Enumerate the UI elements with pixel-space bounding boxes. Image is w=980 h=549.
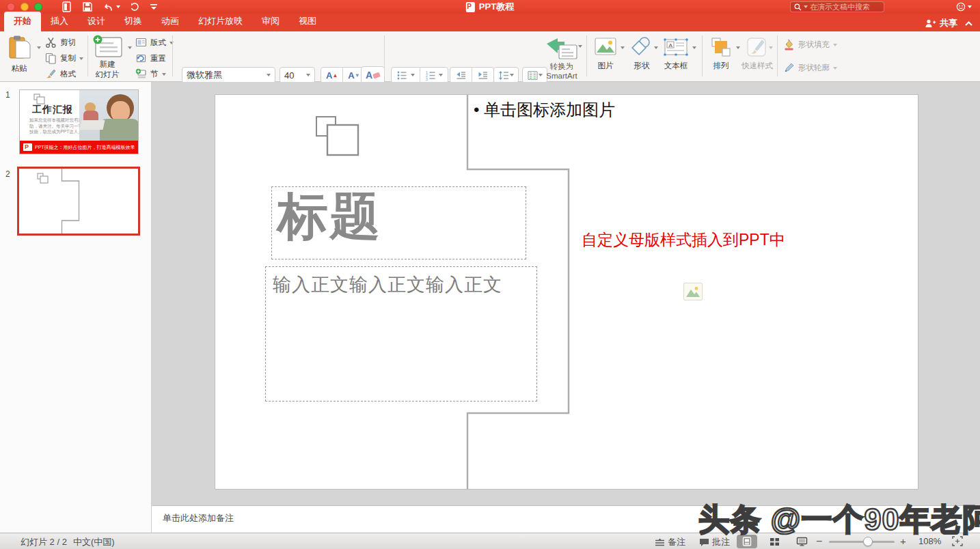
notes-toggle[interactable]: 备注	[655, 536, 685, 548]
numbering-button[interactable]: 123	[420, 68, 448, 83]
share-button[interactable]: 共享	[925, 17, 957, 29]
redo-icon[interactable]	[130, 2, 140, 12]
document-title-text: PPT教程	[479, 1, 514, 13]
new-slide-label1: 新建	[100, 59, 115, 70]
increase-indent-button[interactable]	[472, 68, 493, 83]
new-presentation-icon[interactable]	[62, 1, 72, 12]
slide1-thumbnail[interactable]: 工作汇报 如果您觉得本视频对您有所帮助，请关注。每天学习一项小技能，助您成为PP…	[19, 89, 139, 154]
zoom-slider[interactable]	[829, 541, 895, 543]
line-spacing-button[interactable]	[493, 67, 519, 83]
reset-button[interactable]: 重置	[135, 53, 166, 64]
grow-font-button[interactable]: A▲	[321, 68, 343, 83]
shape-outline-button[interactable]: 形状轮廓	[783, 62, 837, 74]
layout-icon	[135, 37, 147, 48]
picture-caption-text: 单击图标添加图片	[484, 100, 615, 119]
textbox-ribbon-icon: A	[662, 36, 690, 58]
search-icon	[794, 3, 802, 11]
insert-picture-icon[interactable]	[683, 283, 703, 300]
section-caret[interactable]	[162, 73, 166, 76]
window-title: PPT教程	[466, 0, 514, 14]
slide-canvas[interactable]: • 单击图标添加图片 标题 输入正文输入正文输入正文 自定义母版样式插入到PPT…	[215, 95, 918, 489]
quick-styles-caret[interactable]	[769, 46, 773, 49]
smiley-caret	[968, 5, 972, 8]
shape-outline-icon	[783, 62, 795, 74]
title-placeholder-box[interactable]: 标题	[271, 186, 526, 259]
cut-button[interactable]: 剪切	[45, 37, 76, 48]
slide2-thumbnail-selected[interactable]	[17, 167, 140, 236]
copy-button[interactable]: 复制	[45, 53, 83, 64]
tab-animations[interactable]: 动画	[152, 12, 189, 31]
convert-smartart-button[interactable]: 转换为 SmartArt	[544, 37, 580, 80]
font-size-caret	[306, 74, 310, 76]
smartart-label2: SmartArt	[546, 72, 577, 80]
zoom-window-button[interactable]	[34, 3, 42, 11]
new-slide-button[interactable]: 新建 幻灯片	[92, 35, 123, 80]
search-scope-caret[interactable]	[804, 5, 808, 8]
slide1-banner: PPT技能之：用好占位图片，打造高端模板效果	[20, 141, 138, 154]
arrange-button[interactable]: 排列	[709, 36, 733, 71]
tab-review[interactable]: 审阅	[252, 12, 289, 31]
overlapping-squares-icon	[33, 94, 46, 104]
body-placeholder-box[interactable]: 输入正文输入正文输入正文	[265, 266, 537, 402]
shapes-ribbon-icon	[629, 36, 655, 58]
picture-caret[interactable]	[621, 46, 625, 49]
tab-home[interactable]: 开始	[4, 12, 41, 31]
search-input[interactable]: 在演示文稿中搜索	[790, 1, 884, 12]
tab-slideshow[interactable]: 幻灯片放映	[189, 12, 252, 31]
layout-button[interactable]: 版式	[135, 37, 174, 48]
slide1-title: 工作汇报	[32, 104, 73, 116]
save-icon[interactable]	[82, 1, 93, 12]
shape-fill-label: 形状填充	[798, 40, 830, 50]
picture-label: 图片	[598, 61, 614, 71]
picture-button[interactable]: 图片	[593, 36, 618, 71]
overlapping-squares-shape[interactable]	[315, 115, 360, 156]
quick-styles-icon	[745, 36, 770, 58]
font-size-stepper: A▲ A▼	[321, 67, 366, 83]
paste-button[interactable]: 粘贴	[5, 35, 33, 74]
ribbon-tab-row: 开始 插入 设计 切换 动画 幻灯片放映 审阅 视图 共享	[0, 14, 980, 31]
shape-fill-button[interactable]: 形状填充	[783, 39, 837, 51]
smartart-label1: 转换为	[550, 61, 574, 72]
section-icon	[135, 68, 147, 80]
layout-caret[interactable]	[169, 42, 174, 44]
reset-icon	[135, 53, 147, 64]
language-indicator[interactable]: 中文(中国)	[73, 536, 115, 548]
textbox-button[interactable]: A 文本框	[662, 36, 690, 71]
smiley-icon	[956, 2, 966, 12]
decrease-indent-button[interactable]	[450, 68, 472, 83]
bullets-caret	[411, 74, 415, 76]
smartart-caret[interactable]	[578, 45, 582, 48]
quick-styles-button[interactable]: 快速样式	[741, 36, 773, 71]
tab-insert[interactable]: 插入	[41, 12, 78, 31]
slide2-placeholder-outline	[19, 169, 138, 234]
undo-button[interactable]	[103, 2, 120, 12]
tab-transitions[interactable]: 切换	[115, 12, 152, 31]
paste-caret[interactable]	[37, 46, 41, 49]
tab-design[interactable]: 设计	[78, 12, 115, 31]
copy-caret[interactable]	[79, 57, 83, 60]
font-size-select[interactable]: 40	[280, 67, 315, 83]
new-slide-caret[interactable]	[128, 46, 132, 49]
textbox-caret[interactable]	[692, 46, 696, 49]
bullets-button[interactable]	[392, 68, 420, 83]
format-brush-icon	[45, 68, 57, 80]
arrange-caret[interactable]	[736, 46, 740, 49]
close-window-button[interactable]	[7, 3, 15, 11]
feedback-smiley-button[interactable]	[956, 2, 972, 12]
collapse-ribbon-icon[interactable]	[964, 20, 973, 27]
quick-styles-label: 快速样式	[741, 61, 773, 71]
font-name-select[interactable]: 微软雅黑	[182, 67, 275, 83]
slide1-number: 1	[5, 90, 10, 100]
customize-toolbar-icon[interactable]	[150, 3, 158, 10]
red-annotation-text: 自定义母版样式插入到PPT中	[582, 229, 785, 251]
section-button[interactable]: 节	[135, 68, 166, 80]
minimize-window-button[interactable]	[21, 3, 29, 11]
format-painter-button[interactable]: 格式	[45, 68, 76, 80]
list-group: 123	[391, 67, 448, 83]
shapes-button[interactable]: 形状	[629, 36, 655, 71]
shapes-caret[interactable]	[654, 46, 658, 49]
undo-dropdown-caret[interactable]	[116, 5, 120, 8]
tab-view[interactable]: 视图	[289, 12, 326, 31]
traffic-lights	[7, 3, 42, 11]
copy-label: 复制	[60, 53, 76, 64]
